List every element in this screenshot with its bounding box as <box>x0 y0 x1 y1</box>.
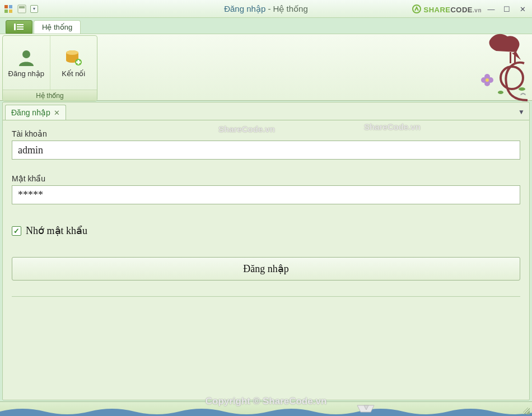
maximize-button[interactable]: ☐ <box>501 4 513 14</box>
svg-rect-28 <box>510 52 511 63</box>
svg-rect-18 <box>17 24 24 25</box>
login-button-label: Đăng nhập <box>243 263 289 274</box>
svg-rect-26 <box>76 61 81 63</box>
svg-rect-12 <box>4 10 8 13</box>
ribbon-button-label: Đăng nhập <box>8 69 44 78</box>
ribbon-collapse-icon[interactable]: ︽ <box>520 88 526 97</box>
close-button[interactable]: ✕ <box>516 4 529 14</box>
remember-row: ✓ Nhớ mật khẩu <box>12 225 520 237</box>
svg-point-36 <box>498 91 503 94</box>
divider <box>12 296 520 297</box>
svg-rect-19 <box>17 26 24 27</box>
ribbon-group-caption: Hệ thống <box>3 90 97 101</box>
remember-label: Nhớ mật khẩu <box>26 225 87 237</box>
resize-grip[interactable] <box>523 408 530 414</box>
ribbon-button-label: Kết nối <box>62 69 85 78</box>
wave-decoration <box>0 404 532 416</box>
remember-checkbox[interactable]: ✓ <box>12 226 21 236</box>
document-tab-login[interactable]: Đăng nhập ✕ <box>5 105 66 120</box>
ribbon-group-system: Đăng nhập Kết nối Hệ thống <box>2 35 97 101</box>
title-bar: ▾ Đăng nhập - Hệ thống SHARECODE.vn — ☐ … <box>0 0 532 18</box>
ribbon-tab-system[interactable]: Hệ thống <box>34 20 81 34</box>
login-form: Tài khoản Mật khẩu ✓ Nhớ mật khẩu Đăng n… <box>3 120 529 297</box>
username-label: Tài khoản <box>12 129 520 138</box>
login-button[interactable]: Đăng nhập <box>12 257 520 281</box>
boat-icon <box>356 403 375 414</box>
password-label: Mật khẩu <box>12 174 520 183</box>
password-input[interactable] <box>12 185 520 204</box>
app-icon <box>3 4 13 14</box>
tab-close-icon[interactable]: ✕ <box>54 109 60 117</box>
sharecode-logo: SHARECODE.vn <box>412 4 482 14</box>
status-bar <box>0 401 532 416</box>
ribbon-tab-strip: Hệ thống <box>0 18 532 34</box>
document-tab-strip: Đăng nhập ✕ ▼ <box>3 102 529 120</box>
quick-save-icon[interactable] <box>17 4 27 14</box>
database-plus-icon <box>63 48 83 67</box>
svg-point-30 <box>484 74 490 80</box>
svg-rect-11 <box>9 5 12 8</box>
svg-point-33 <box>484 81 490 86</box>
svg-rect-13 <box>9 10 12 13</box>
svg-rect-20 <box>17 29 24 30</box>
svg-rect-10 <box>4 5 8 8</box>
svg-point-31 <box>481 77 487 83</box>
quick-access-toolbar: ▾ <box>0 4 38 14</box>
content-area: Đăng nhập ✕ ▼ Tài khoản Mật khẩu ✓ Nhớ m… <box>2 102 530 400</box>
ribbon: Đăng nhập Kết nối Hệ thống ︽ <box>0 34 532 101</box>
svg-point-32 <box>488 77 493 83</box>
svg-point-23 <box>66 50 78 55</box>
ribbon-button-login[interactable]: Đăng nhập <box>3 36 50 90</box>
bird-branch-decoration <box>456 26 529 105</box>
svg-rect-17 <box>14 24 16 30</box>
window-title-emph: Đăng nhập <box>224 4 265 13</box>
username-input[interactable] <box>12 141 520 160</box>
file-menu-button[interactable] <box>6 20 32 34</box>
svg-rect-29 <box>514 52 516 63</box>
svg-point-21 <box>22 50 30 58</box>
ribbon-button-connect[interactable]: Kết nối <box>50 36 97 90</box>
minimize-button[interactable]: — <box>485 4 497 14</box>
document-tab-label: Đăng nhập <box>11 108 50 117</box>
document-tabs-dropdown-icon[interactable]: ▼ <box>518 108 525 116</box>
ribbon-tab-label: Hệ thống <box>42 23 72 31</box>
user-icon <box>16 48 36 67</box>
svg-point-34 <box>486 78 489 82</box>
quick-access-dropdown-icon[interactable]: ▾ <box>30 5 38 13</box>
svg-rect-15 <box>19 6 25 8</box>
svg-point-27 <box>501 67 523 89</box>
